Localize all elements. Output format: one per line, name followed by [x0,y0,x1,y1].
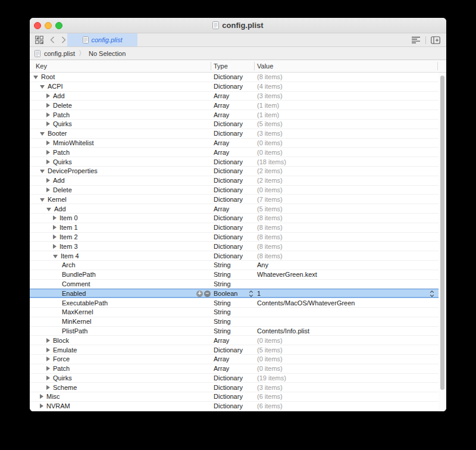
type-cell[interactable]: Dictionary [214,374,243,383]
table-row[interactable]: MinKernelString [30,317,439,327]
table-row[interactable]: Item 3Dictionary(8 items) [30,242,439,251]
disclosure-triangle-collapsed[interactable] [46,112,50,117]
disclosure-triangle-collapsed[interactable] [40,394,43,399]
column-divider-type-value[interactable] [254,62,255,70]
disclosure-triangle-collapsed[interactable] [46,121,50,126]
type-cell[interactable]: Dictionary [214,129,243,138]
table-row[interactable]: Item 4Dictionary(8 items) [30,251,439,261]
table-row[interactable]: QuirksDictionary(19 items) [30,374,439,383]
type-cell[interactable]: Dictionary [214,251,243,260]
type-cell[interactable]: Array [214,92,229,101]
disclosure-triangle-expanded[interactable] [33,76,38,79]
table-row[interactable]: DeleteDictionary(0 items) [30,186,439,195]
table-row[interactable]: ExecutablePathStringContents/MacOS/Whate… [30,298,439,308]
disclosure-triangle-collapsed[interactable] [46,357,50,361]
type-cell[interactable]: String [214,327,231,336]
value-cell[interactable]: (0 items) [257,364,427,373]
type-cell[interactable]: Array [214,101,229,110]
breadcrumb-file[interactable]: config.plist [44,50,75,57]
disclosure-triangle-collapsed[interactable] [46,178,50,183]
tab-config-plist[interactable]: config.plist [67,33,137,46]
value-cell[interactable]: (5 items) [257,345,427,354]
value-cell[interactable] [257,280,427,289]
table-row[interactable]: MiscDictionary(6 items) [30,392,439,402]
disclosure-triangle-collapsed[interactable] [46,103,50,108]
type-cell[interactable]: Dictionary [214,383,243,392]
disclosure-triangle-collapsed[interactable] [53,215,57,220]
add-editor-icon[interactable] [431,36,440,44]
disclosure-triangle-collapsed[interactable] [46,385,50,390]
table-row[interactable]: Item 2Dictionary(8 items) [30,233,439,242]
disclosure-triangle-expanded[interactable] [40,132,45,136]
value-cell[interactable]: (6 items) [257,402,427,411]
disclosure-triangle-collapsed[interactable] [46,348,50,352]
value-cell[interactable]: (7 items) [257,195,427,204]
type-cell[interactable]: Dictionary [214,195,243,204]
value-cell[interactable]: (3 items) [257,383,427,392]
type-cell[interactable]: Dictionary [214,392,243,401]
disclosure-triangle-collapsed[interactable] [53,225,57,230]
table-row[interactable]: ArchStringAny [30,261,439,270]
type-cell[interactable]: String [214,270,231,279]
type-cell[interactable]: Dictionary [214,233,243,242]
table-row[interactable]: KernelDictionary(7 items) [30,195,439,204]
zoom-button[interactable] [55,22,62,29]
value-cell[interactable]: (2 items) [257,167,427,176]
value-cell[interactable]: Contents/Info.plist [257,327,427,336]
value-cell[interactable]: (0 items) [257,336,427,345]
table-row[interactable]: DevicePropertiesDictionary(2 items) [30,167,439,176]
table-row[interactable]: QuirksDictionary(5 items) [30,120,439,129]
type-cell[interactable]: String [214,261,231,270]
value-cell[interactable]: (2 items) [257,176,427,185]
table-row[interactable]: PatchArray(1 item) [30,110,439,120]
type-cell[interactable]: Dictionary [214,73,243,82]
value-cell[interactable]: (3 items) [257,129,427,138]
type-cell[interactable]: Dictionary [214,223,243,232]
type-stepper-icon[interactable] [249,290,253,298]
type-cell[interactable]: Dictionary [214,120,243,129]
add-row-button[interactable]: + [196,290,203,297]
disclosure-triangle-collapsed[interactable] [46,150,50,155]
close-button[interactable] [34,22,41,29]
value-cell[interactable]: (6 items) [257,392,427,401]
disclosure-triangle-collapsed[interactable] [53,244,57,249]
value-cell[interactable]: (18 items) [257,157,427,166]
type-cell[interactable]: Array [214,355,229,364]
disclosure-triangle-collapsed[interactable] [46,140,50,145]
type-cell[interactable]: Array [214,364,229,373]
value-cell[interactable]: 1 [257,289,427,298]
type-cell[interactable]: Array [214,110,229,119]
table-row[interactable]: Item 0Dictionary(8 items) [30,214,439,223]
table-row[interactable]: NVRAMDictionary(6 items) [30,402,439,411]
type-cell[interactable]: Boolean [214,289,237,298]
table-row[interactable]: EmulateDictionary(5 items) [30,345,439,355]
value-cell[interactable]: (19 items) [257,374,427,383]
type-cell[interactable]: Dictionary [214,242,243,251]
table-row[interactable]: BlockArray(0 items) [30,336,439,345]
type-cell[interactable]: String [214,298,231,307]
disclosure-triangle-collapsed[interactable] [46,160,50,164]
tab-overview-icon[interactable] [35,36,43,44]
table-row[interactable]: Item 1Dictionary(8 items) [30,223,439,233]
table-row[interactable]: PatchArray(0 items) [30,364,439,374]
column-header-type[interactable]: Type [214,60,228,72]
disclosure-triangle-expanded[interactable] [40,170,45,173]
type-cell[interactable]: Dictionary [214,345,243,354]
value-cell[interactable]: (3 items) [257,92,427,101]
vertical-scrollbar[interactable] [439,73,446,411]
table-row[interactable]: EnabledBoolean1+− [30,289,439,298]
column-header-key[interactable]: Key [36,60,47,72]
type-cell[interactable]: String [214,308,231,317]
type-cell[interactable]: Dictionary [214,167,243,176]
value-cell[interactable] [257,317,427,326]
table-row[interactable]: DeleteArray(1 item) [30,101,439,110]
value-cell[interactable]: (0 items) [257,148,427,157]
forward-button-icon[interactable] [61,36,66,43]
value-cell[interactable]: Contents/MacOS/WhateverGreen [257,298,427,307]
back-button-icon[interactable] [50,36,55,43]
value-stepper-icon[interactable] [430,290,434,298]
column-header-value[interactable]: Value [257,60,273,72]
type-cell[interactable]: Array [214,336,229,345]
value-cell[interactable]: (0 items) [257,355,427,364]
disclosure-triangle-collapsed[interactable] [46,376,50,380]
